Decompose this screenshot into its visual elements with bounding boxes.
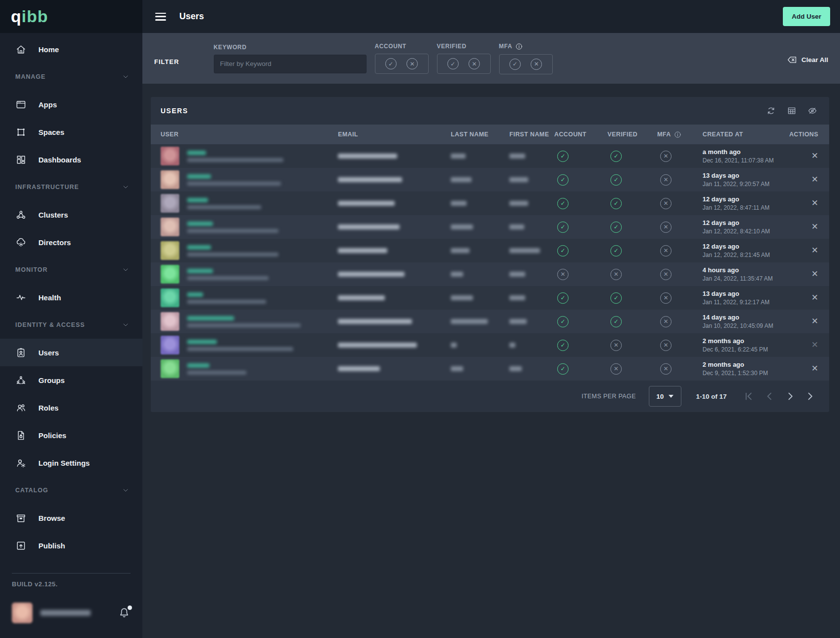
first-page-button[interactable] (743, 391, 754, 402)
sidebar-nav: Home MANAGE Apps Spaces Dashboards INFRA… (0, 33, 142, 559)
user-id-redacted (187, 371, 246, 375)
first-name-redacted (509, 366, 522, 371)
delete-user-button[interactable]: ✕ (811, 198, 818, 208)
sidebar-item-roles[interactable]: Roles (0, 394, 142, 421)
sidebar-item-clusters[interactable]: Clusters (0, 201, 142, 228)
verified-filter-yes-button[interactable]: ✓ (447, 58, 459, 69)
sidebar-item-browse[interactable]: Browse (0, 504, 142, 532)
keyword-filter-input[interactable] (214, 55, 367, 73)
sidebar-item-login-settings[interactable]: Login Settings (0, 449, 142, 477)
created-at-absolute: Dec 9, 2021, 1:52:30 PM (703, 370, 791, 377)
username-link-redacted[interactable] (187, 151, 206, 155)
delete-user-button[interactable]: ✕ (811, 175, 818, 184)
eye-off-icon[interactable] (807, 106, 817, 116)
account-status-icon: ✓ (557, 363, 569, 375)
created-at-absolute: Jan 12, 2022, 8:21:45 AM (703, 252, 791, 258)
logo-text-q: q (11, 7, 22, 26)
sidebar-section-manage[interactable]: MANAGE (0, 63, 142, 91)
sidebar-footer: BUILD v2.125. (0, 573, 142, 638)
sidebar-item-groups[interactable]: Groups (0, 366, 142, 394)
sidebar-section-monitor[interactable]: MONITOR (0, 256, 142, 284)
delete-user-button[interactable]: ✕ (811, 222, 818, 231)
next-page-button[interactable] (785, 391, 796, 402)
username-link-redacted[interactable] (187, 269, 213, 273)
sidebar-item-dashboards[interactable]: Dashboards (0, 146, 142, 173)
profile-row[interactable] (12, 603, 131, 623)
previous-page-button[interactable] (764, 391, 775, 402)
avatar (161, 170, 179, 189)
sidebar-item-publish[interactable]: Publish (0, 532, 142, 559)
sidebar-item-users[interactable]: Users (0, 339, 142, 366)
delete-user-button[interactable]: ✕ (811, 151, 818, 160)
email-redacted (338, 319, 412, 324)
policies-icon (15, 430, 27, 441)
username-link-redacted[interactable] (187, 222, 213, 226)
column-header-account: ACCOUNT (554, 131, 607, 138)
table-columns-icon[interactable] (787, 106, 797, 116)
mfa-filter-no-button[interactable]: ✕ (531, 59, 542, 70)
table-row: ✓ ✕ ✕ 2 months ago Dec 6, 2021, 6:22:45 … (151, 333, 829, 357)
created-at-relative: 12 days ago (703, 195, 791, 203)
sidebar-item-home[interactable]: Home (0, 35, 142, 63)
mfa-status-icon: ✕ (660, 292, 672, 304)
sidebar-item-apps[interactable]: Apps (0, 91, 142, 118)
add-user-button[interactable]: Add User (783, 7, 830, 26)
info-icon[interactable] (515, 43, 523, 50)
mfa-status-icon: ✕ (660, 222, 672, 233)
sidebar-section-infrastructure[interactable]: INFRASTRUCTURE (0, 173, 142, 201)
sidebar-item-health[interactable]: Health (0, 284, 142, 311)
created-at-relative: 2 months ago (703, 361, 791, 368)
page-size-select[interactable]: 10 (649, 386, 681, 407)
username-link-redacted[interactable] (187, 245, 211, 250)
delete-user-button[interactable]: ✕ (811, 269, 818, 279)
mfa-filter-yes-button[interactable]: ✓ (509, 59, 521, 70)
delete-user-button[interactable]: ✕ (811, 340, 818, 350)
menu-button[interactable] (155, 13, 166, 21)
home-icon (15, 44, 27, 55)
email-redacted (338, 295, 385, 300)
page-range: 1-10 of 17 (696, 393, 727, 400)
last-page-button[interactable] (806, 391, 816, 402)
last-name-redacted (451, 272, 463, 277)
username-link-redacted[interactable] (187, 198, 208, 202)
username-link-redacted[interactable] (187, 363, 209, 368)
verified-status-icon: ✓ (610, 198, 622, 209)
last-name-redacted (451, 295, 473, 300)
account-filter-no-button[interactable]: ✕ (406, 58, 418, 69)
sidebar-section-identity-access[interactable]: IDENTITY & ACCESS (0, 311, 142, 339)
browse-icon (15, 512, 27, 524)
apps-icon (15, 99, 27, 110)
sidebar-item-spaces[interactable]: Spaces (0, 118, 142, 146)
refresh-icon[interactable] (766, 106, 776, 116)
last-name-redacted (451, 343, 457, 348)
table-row: ✓ ✓ ✕ a month ago Dec 16, 2021, 11:07:38… (151, 144, 829, 168)
account-status-icon: ✕ (557, 269, 569, 280)
account-status-icon: ✓ (557, 245, 569, 256)
notifications-button[interactable] (118, 606, 131, 619)
sidebar-section-catalog[interactable]: CATALOG (0, 477, 142, 504)
delete-user-button[interactable]: ✕ (811, 246, 818, 255)
email-redacted (338, 177, 402, 182)
logo-text-ibb: ibb (22, 7, 48, 26)
username-link-redacted[interactable] (187, 174, 211, 179)
account-filter-yes-button[interactable]: ✓ (385, 58, 397, 69)
column-header-mfa: MFA (657, 131, 671, 138)
mfa-status-icon: ✕ (660, 269, 672, 280)
username-link-redacted[interactable] (187, 340, 217, 344)
info-icon[interactable] (674, 131, 681, 138)
sidebar-item-directors[interactable]: Directors (0, 228, 142, 256)
user-id-redacted (187, 323, 301, 327)
email-redacted (338, 248, 387, 253)
delete-user-button[interactable]: ✕ (811, 364, 818, 373)
username-link-redacted[interactable] (187, 316, 234, 320)
first-name-redacted (509, 154, 525, 159)
delete-user-button[interactable]: ✕ (811, 317, 818, 326)
logo[interactable]: qibb (0, 0, 142, 33)
clear-all-filters-button[interactable]: Clear All (787, 55, 828, 65)
verified-filter-no-button[interactable]: ✕ (469, 58, 480, 69)
chevron-down-icon (122, 486, 130, 494)
username-link-redacted[interactable] (187, 292, 203, 297)
sidebar-item-policies[interactable]: Policies (0, 421, 142, 449)
user-id-redacted (187, 229, 278, 233)
delete-user-button[interactable]: ✕ (811, 293, 818, 302)
